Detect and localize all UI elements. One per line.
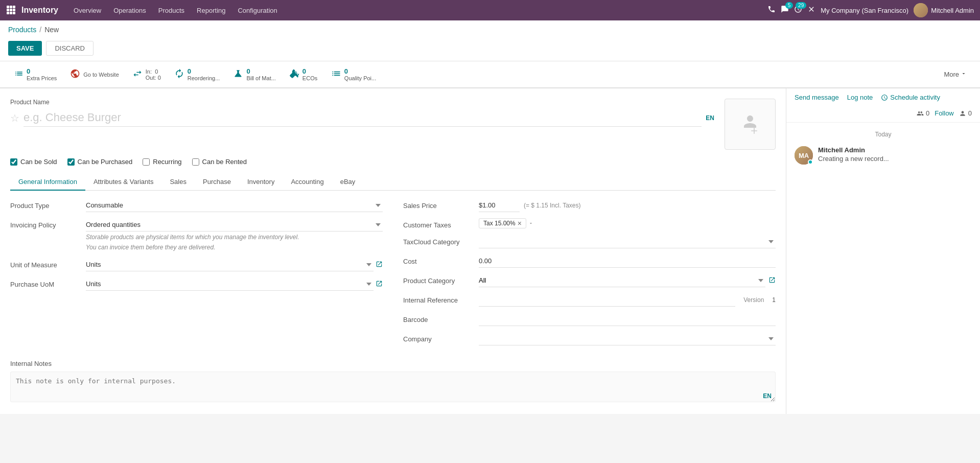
follow-button[interactable]: Follow [935,109,954,117]
breadcrumb-separator: / [39,26,41,34]
product-category-field: Product Category All [403,274,776,287]
tab-accounting[interactable]: Accounting [283,174,332,191]
tab-ebay[interactable]: eBay [332,174,364,191]
chat-icon[interactable]: 5 [781,5,789,15]
invoicing-policy-select[interactable]: Ordered quantities Delivered quantities [86,218,383,231]
tab-general-information[interactable]: General Information [10,174,85,191]
language-badge[interactable]: EN [706,114,714,122]
phone-icon[interactable] [767,5,776,15]
reordering-text: 0 Reordering... [188,67,220,81]
uom-external-link-icon[interactable] [376,261,383,269]
can-be-rented-checkbox[interactable]: Can be Rented [192,158,247,166]
internal-notes-label: Internal Notes [10,360,776,367]
product-name-row: ☆ EN [10,109,714,127]
internal-notes-input[interactable] [10,372,776,402]
svg-rect-4 [10,9,12,11]
smart-btn-reordering[interactable]: 0 Reordering... [168,64,226,84]
user-avatar [914,3,928,17]
log-note-button[interactable]: Log note [847,94,873,101]
smart-btn-goto-website[interactable]: Go to Website [64,65,125,83]
svg-rect-1 [10,6,12,8]
breadcrumb: Products / New [0,20,980,39]
uom-select[interactable]: Units kg g [86,258,374,271]
purchase-uom-label: Purchase UoM [10,277,82,288]
tax-remove-button[interactable]: × [518,220,522,227]
svg-rect-3 [7,9,9,11]
version-value: 1 [772,296,776,304]
breadcrumb-products[interactable]: Products [8,26,36,34]
taxcloud-select[interactable] [479,235,776,248]
taxes-dropdown-icon[interactable] [528,220,533,227]
schedule-activity-btn[interactable]: Schedule activity [881,94,940,101]
tab-purchase[interactable]: Purchase [195,174,239,191]
schedule-activity-label[interactable]: Schedule activity [890,94,940,101]
users-count-value: 0 [968,109,972,117]
company-name: My Company (San Francisco) [821,7,908,14]
sales-price-label: Sales Price [403,199,475,210]
product-header: Product Name ☆ EN [10,99,776,150]
price-incl-taxes: (= $ 1.15 Incl. Taxes) [524,202,581,209]
clock-icon[interactable]: 29 [794,5,802,15]
smart-btn-extra-prices[interactable]: 0 Extra Prices [8,64,63,84]
app-brand: Inventory [21,6,58,15]
breadcrumb-current: New [44,26,59,34]
category-external-link-icon[interactable] [768,276,776,285]
right-column: Sales Price (= $ 1.15 Incl. Taxes) Custo… [403,199,776,352]
navbar-right: 5 29 My Company (San Francisco) Mitchell… [767,3,974,17]
followers-count: 0 [917,109,929,117]
bom-icon [233,68,243,80]
smart-btn-ecos[interactable]: 0 ECOs [283,64,324,84]
grid-icon[interactable] [6,5,15,16]
nav-overview[interactable]: Overview [68,5,106,16]
company-select[interactable] [479,332,776,345]
tax-badge-text: Tax 15.00% [483,220,516,227]
save-button[interactable]: SAVE [8,41,42,56]
general-info-content: Product Type Consumable Storable Product… [10,199,776,352]
tab-sales[interactable]: Sales [161,174,195,191]
purchase-uom-select[interactable]: Units kg g [86,277,374,291]
quality-text: 0 Quality Poi... [344,67,376,81]
invoicing-policy-value: Ordered quantities Delivered quantities … [86,218,383,252]
message-author: Mitchell Admin [818,146,972,154]
product-type-select[interactable]: Consumable Storable Product Service [86,199,383,212]
svg-rect-8 [13,12,15,14]
product-image-upload[interactable] [725,99,776,150]
discard-button[interactable]: DISCARD [46,41,94,56]
tab-inventory[interactable]: Inventory [239,174,283,191]
tab-attributes-variants[interactable]: Attributes & Variants [85,174,162,191]
product-name-input[interactable] [24,109,702,127]
user-menu[interactable]: Mitchell Admin [914,3,974,17]
internal-ref-input[interactable] [479,293,735,307]
favorite-star-icon[interactable]: ☆ [10,112,19,124]
taxcloud-value [479,235,776,248]
barcode-input[interactable] [479,313,776,326]
sales-price-input[interactable] [479,199,520,212]
nav-operations[interactable]: Operations [108,5,151,16]
product-category-value: All [479,274,776,287]
can-be-purchased-checkbox[interactable]: Can be Purchased [67,158,133,166]
recurring-checkbox[interactable]: Recurring [143,158,181,166]
close-icon[interactable] [807,5,815,15]
cost-input[interactable] [479,254,776,268]
chat-badge: 5 [785,2,794,9]
invoicing-hint2: You can invoice them before they are del… [86,243,383,252]
in-out-text: In: 0 Out: 0 [146,68,161,81]
nav-configuration[interactable]: Configuration [232,5,282,16]
nav-products[interactable]: Products [153,5,190,16]
send-message-button[interactable]: Send message [795,94,839,101]
product-type-field: Product Type Consumable Storable Product… [10,199,383,212]
can-be-sold-checkbox[interactable]: Can be Sold [10,158,57,166]
more-button[interactable]: More [939,67,972,81]
cost-label: Cost [403,254,475,265]
smart-btn-in-out[interactable]: In: 0 Out: 0 [126,65,167,84]
main-layout: Product Name ☆ EN Ca [0,88,980,414]
customer-taxes-field: Customer Taxes Tax 15.00% × [403,218,776,229]
smart-btn-bom[interactable]: 0 Bill of Mat... [227,64,282,84]
message-text: Creating a new record... [818,155,972,163]
page-scroll: Products / New SAVE DISCARD 0 Extra Pric… [0,20,980,463]
smart-btn-quality[interactable]: 0 Quality Poi... [325,64,382,84]
users-count: 0 [959,109,972,117]
nav-reporting[interactable]: Reporting [192,5,230,16]
purchase-uom-external-link-icon[interactable] [376,280,383,289]
product-category-select[interactable]: All [479,274,765,287]
